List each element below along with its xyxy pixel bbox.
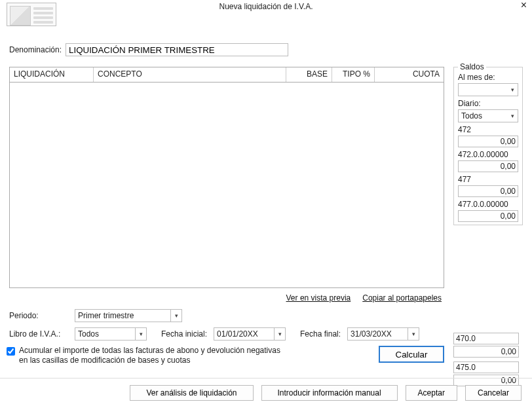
acumular-checkbox-input[interactable] [7, 347, 15, 356]
content-area: Denominación: LIQUIDACIÓN CONCEPTO BASE … [9, 43, 523, 406]
right-column: Saldos Al mes de: Diario: Todos 472 0,00… [453, 67, 523, 386]
acct-label-0: 472 [458, 125, 518, 134]
preview-link[interactable]: Ver en vista previa [286, 293, 351, 303]
lower-code-0[interactable]: 470.0 [453, 333, 519, 344]
col-cuota[interactable]: CUOTA [375, 67, 444, 82]
fecha-ini-label: Fecha inicial: [161, 329, 207, 339]
analisis-button[interactable]: Ver análisis de liquidación [130, 385, 253, 401]
fecha-ini-value: 01/01/20XX [217, 329, 258, 339]
lower-value-0: 0,00 [453, 346, 519, 358]
clipboard-link[interactable]: Copiar al portapapeles [362, 293, 442, 303]
diario-value: Todos [461, 111, 482, 120]
periodo-label: Periodo: [9, 311, 68, 320]
calc-row: Acumular el importe de todas las factura… [9, 346, 444, 365]
acct-value-3: 0,00 [458, 210, 518, 222]
fecha-fin-label: Fecha final: [300, 329, 341, 339]
saldos-fieldset: Saldos Al mes de: Diario: Todos 472 0,00… [453, 67, 523, 225]
calcular-button[interactable]: Calcular [379, 346, 444, 363]
fecha-fin-value: 31/03/20XX [351, 329, 392, 339]
header-icon [7, 3, 56, 26]
col-concepto[interactable]: CONCEPTO [94, 67, 286, 82]
lower-code-1[interactable]: 475.0 [453, 361, 519, 373]
fecha-fin-select[interactable]: 31/03/20XX [347, 327, 419, 341]
table-links: Ver en vista previa Copiar al portapapel… [9, 288, 444, 309]
acct-value-2: 0,00 [458, 185, 518, 197]
denomination-row: Denominación: [9, 43, 523, 56]
acumular-checkbox[interactable]: Acumular el importe de todas las factura… [7, 346, 372, 365]
diario-label: Diario: [458, 99, 518, 108]
acct-label-3: 477.0.0.00000 [458, 200, 518, 209]
acumular-checkbox-label: Acumular el importe de todas las factura… [19, 346, 281, 365]
window-title: Nueva liquidación de I.V.A. [0, 0, 532, 13]
acct-label-1: 472.0.0.00000 [458, 150, 518, 159]
periodo-row: Periodo: Primer trimestre [9, 309, 444, 322]
diario-select[interactable]: Todos [458, 109, 518, 122]
liquidacion-table[interactable]: LIQUIDACIÓN CONCEPTO BASE TIPO % CUOTA [9, 67, 444, 288]
acct-value-1: 0,00 [458, 160, 518, 172]
dialog-window: Nueva liquidación de I.V.A. × Denominaci… [0, 0, 532, 406]
denomination-label: Denominación: [9, 45, 62, 54]
manual-button[interactable]: Introducir información manual [261, 385, 398, 401]
titlebar: Nueva liquidación de I.V.A. × [0, 0, 532, 13]
aceptar-button[interactable]: Aceptar [406, 385, 457, 401]
libro-row: Libro de I.V.A.: Todos Fecha inicial: 01… [9, 327, 444, 341]
almes-label: Al mes de: [458, 73, 518, 82]
almes-select[interactable] [458, 83, 518, 96]
col-base[interactable]: BASE [286, 67, 332, 82]
acct-value-0: 0,00 [458, 136, 518, 147]
main-area: LIQUIDACIÓN CONCEPTO BASE TIPO % CUOTA V… [9, 67, 523, 386]
left-column: LIQUIDACIÓN CONCEPTO BASE TIPO % CUOTA V… [9, 67, 444, 386]
close-icon[interactable]: × [521, 0, 527, 11]
acct-label-2: 477 [458, 175, 518, 184]
libro-select[interactable]: Todos [75, 327, 147, 341]
cancelar-button[interactable]: Cancelar [465, 385, 522, 401]
saldos-body: Al mes de: Diario: Todos 472 0,00 472.0.… [458, 71, 518, 222]
saldos-legend: Saldos [458, 62, 486, 71]
libro-value: Todos [78, 329, 99, 339]
col-liquidacion[interactable]: LIQUIDACIÓN [10, 67, 94, 82]
periodo-select[interactable]: Primer trimestre [75, 309, 182, 322]
table-header: LIQUIDACIÓN CONCEPTO BASE TIPO % CUOTA [10, 67, 444, 83]
col-tipo[interactable]: TIPO % [332, 67, 375, 82]
button-bar: Ver análisis de liquidación Introducir i… [0, 378, 532, 401]
libro-label: Libro de I.V.A.: [9, 329, 68, 339]
periodo-value: Primer trimestre [78, 311, 134, 320]
denomination-input[interactable] [66, 43, 288, 56]
form-rows: Periodo: Primer trimestre Libro de I.V.A… [9, 309, 444, 365]
fecha-ini-select[interactable]: 01/01/20XX [214, 327, 286, 341]
